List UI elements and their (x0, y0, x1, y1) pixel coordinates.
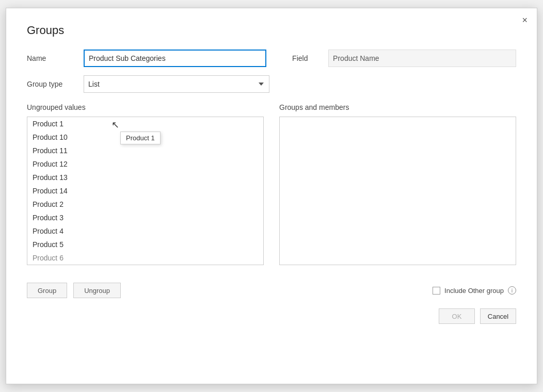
include-other-group-checkbox[interactable] (433, 287, 440, 295)
panels-container: Ungrouped values ↖ Product 1 Product 1 P… (27, 103, 516, 265)
field-label: Field (292, 54, 318, 62)
groups-title: Groups and members (279, 103, 516, 111)
name-label: Name (27, 54, 73, 62)
action-buttons: Group Ungroup (27, 283, 121, 298)
list-item[interactable]: Product 14 (27, 184, 263, 198)
list-item[interactable]: Product 3 (27, 211, 263, 224)
list-item[interactable]: Product 13 (27, 171, 263, 184)
groups-dialog: × Groups Name Field Product Name Group t… (6, 8, 537, 384)
field-value: Product Name (328, 50, 516, 67)
close-button[interactable]: × (522, 15, 528, 25)
cancel-button[interactable]: Cancel (480, 308, 516, 324)
name-row: Name Field Product Name (27, 50, 516, 67)
group-type-row: Group type List Bin (27, 75, 516, 93)
list-item[interactable]: Product 2 (27, 198, 263, 211)
group-type-select[interactable]: List Bin (84, 75, 269, 93)
groups-list[interactable] (279, 117, 516, 265)
list-item[interactable]: Product 11 (27, 144, 263, 157)
include-group-row: Include Other group i (433, 286, 516, 295)
list-item[interactable]: Product 10 (27, 130, 263, 144)
ok-button[interactable]: OK (439, 308, 475, 324)
ungrouped-panel: Ungrouped values ↖ Product 1 Product 1 P… (27, 103, 264, 265)
list-item[interactable]: Product 5 (27, 238, 263, 251)
dialog-title: Groups (27, 24, 516, 37)
ungrouped-title: Ungrouped values (27, 103, 264, 111)
list-item[interactable]: Product 6 (27, 251, 263, 265)
list-item[interactable]: Product 1 (27, 117, 263, 130)
ungroup-button[interactable]: Ungroup (73, 283, 121, 298)
group-type-label: Group type (27, 80, 73, 88)
group-button[interactable]: Group (27, 283, 67, 298)
include-other-group-label: Include Other group (444, 287, 504, 295)
footer-buttons: OK Cancel (27, 308, 516, 324)
ungrouped-list[interactable]: ↖ Product 1 Product 1 Product 10 Product… (27, 117, 264, 265)
info-icon[interactable]: i (508, 286, 516, 295)
groups-panel: Groups and members (279, 103, 516, 265)
list-item[interactable]: Product 12 (27, 157, 263, 171)
list-item[interactable]: Product 4 (27, 224, 263, 238)
name-input[interactable] (84, 50, 266, 67)
